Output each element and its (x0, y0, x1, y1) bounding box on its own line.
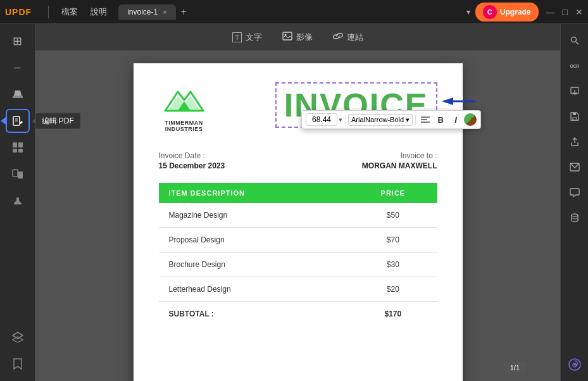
sidebar-icon-organize[interactable] (6, 135, 30, 159)
invoice-table: ITEM DESCRIPTION PRICE Magazine Design$5… (159, 183, 437, 326)
sidebar-icon-thumbnail[interactable]: ⊞ (6, 29, 30, 53)
maximize-btn[interactable]: □ (563, 7, 568, 17)
invoice-to-label: Invoice to : (362, 151, 437, 160)
table-cell-item-1: Proposal Design (159, 228, 349, 253)
comment-icon (570, 188, 580, 197)
table-row: SUBTOTAL :$170 (159, 302, 437, 327)
organize-icon (11, 141, 24, 154)
align-btn[interactable] (418, 113, 432, 127)
font-size-input[interactable] (306, 113, 337, 126)
app-logo: UPDF (5, 7, 32, 17)
text-icon: T (232, 32, 242, 42)
font-name-label: ArialNarrow-Bold (351, 116, 404, 123)
invoice-meta: Invoice Date : 15 December 2023 Invoice … (159, 151, 437, 170)
page-indicator: 1/1 (504, 362, 526, 373)
toolbar-separator-1 (345, 115, 346, 125)
table-cell-price-0: $50 (349, 203, 437, 228)
svg-line-25 (576, 42, 579, 44)
arrow-annotation (441, 92, 479, 111)
italic-btn[interactable]: I (449, 113, 463, 127)
sidebar-icon-bookmark[interactable] (6, 352, 30, 376)
right-icon-ai[interactable] (563, 353, 586, 376)
invoice-date-label: Invoice Date : (159, 151, 225, 160)
invoice-table-body: Magazine Design$50Proposal Design$70Broc… (159, 203, 437, 326)
image-label: 影像 (296, 32, 313, 43)
center-content: T 文字 影像 連結 ▾ (35, 24, 560, 381)
layers-icon (11, 331, 24, 344)
svg-marker-1 (14, 91, 22, 96)
svg-rect-10 (18, 172, 23, 178)
svg-point-33 (573, 364, 575, 366)
right-icon-extract[interactable] (563, 80, 586, 103)
edit-pdf-icon (11, 115, 24, 127)
svg-point-31 (572, 214, 578, 216)
link-label: 連結 (347, 32, 363, 43)
svg-rect-12 (16, 197, 19, 201)
ai-icon (568, 358, 581, 371)
marker-icon (11, 88, 24, 101)
tab-invoice[interactable]: invoice-1 × (118, 4, 175, 20)
table-cell-item-4: SUBTOTAL : (159, 302, 349, 327)
user-avatar: C (483, 5, 497, 19)
titlebar: UPDF 檔案 說明 invoice-1 × + ▾ C Upgrade — □… (0, 0, 588, 24)
upgrade-button[interactable]: C Upgrade (475, 3, 539, 22)
font-size-dropdown[interactable]: ▾ (339, 116, 342, 124)
minimize-btn[interactable]: — (546, 7, 555, 17)
share-icon (570, 137, 580, 147)
invoice-date-value: 15 December 2023 (159, 161, 225, 170)
text-editing-toolbar: ▾ ArialNarrow-Bold ▾ B I (301, 110, 481, 129)
table-row: Brochure Design$30 (159, 253, 437, 277)
left-sidebar: ⊞ − 編輯 PDF (0, 24, 35, 381)
font-family-dropdown: ▾ (406, 116, 410, 124)
right-icon-mail[interactable] (563, 156, 586, 178)
toolbar-link-group[interactable]: 連結 (323, 32, 373, 43)
svg-point-24 (571, 37, 576, 42)
minus-icon: − (14, 61, 22, 75)
sidebar-icon-convert[interactable] (6, 162, 30, 186)
convert-icon (11, 168, 24, 180)
sidebar-icon-layers[interactable] (6, 325, 30, 349)
sidebar-icon-stamp[interactable] (6, 189, 30, 213)
table-cell-price-3: $20 (349, 277, 437, 302)
table-cell-item-3: Letterhead Design (159, 277, 349, 302)
tab-label: invoice-1 (127, 8, 158, 16)
svg-rect-8 (18, 149, 23, 153)
table-cell-item-0: Magazine Design (159, 203, 349, 228)
meta-left: Invoice Date : 15 December 2023 (159, 151, 225, 170)
sidebar-arrow (1, 117, 6, 125)
pdf-area[interactable]: ▾ ArialNarrow-Bold ▾ B I (35, 51, 560, 381)
text-color-picker[interactable] (464, 113, 477, 126)
menu-help[interactable]: 說明 (91, 6, 107, 18)
right-icon-database[interactable] (563, 206, 586, 229)
toolbar-separator-2 (415, 115, 416, 125)
upgrade-label: Upgrade (500, 8, 531, 16)
right-icon-share[interactable] (563, 130, 586, 153)
sidebar-icon-highlight[interactable] (6, 82, 30, 106)
right-sidebar: OCR (560, 24, 588, 381)
close-btn[interactable]: ✕ (575, 7, 583, 17)
sidebar-icon-edit-pdf[interactable]: 編輯 PDF (6, 109, 30, 133)
right-icon-search[interactable] (563, 29, 586, 52)
svg-marker-13 (13, 332, 23, 339)
toolbar-text-group[interactable]: T 文字 (222, 32, 272, 43)
font-family-selector[interactable]: ArialNarrow-Bold ▾ (348, 114, 413, 126)
toolbar-image-group[interactable]: 影像 (272, 32, 323, 43)
svg-rect-11 (14, 203, 22, 204)
menu-file[interactable]: 檔案 (61, 6, 78, 18)
sidebar-icon-minus[interactable]: − (6, 56, 30, 80)
right-icon-comment[interactable] (563, 181, 586, 204)
bold-btn[interactable]: B (434, 113, 447, 127)
right-icon-save[interactable] (563, 105, 586, 128)
table-cell-price-1: $70 (349, 228, 437, 253)
tab-area: invoice-1 × + (113, 4, 461, 20)
tabs-dropdown-btn[interactable]: ▾ (466, 8, 470, 16)
add-tab-btn[interactable]: + (181, 6, 187, 18)
save-icon (570, 111, 580, 122)
stamp-icon (11, 194, 24, 207)
tab-close-btn[interactable]: × (163, 8, 166, 16)
text-label: 文字 (246, 32, 262, 43)
svg-rect-15 (283, 32, 292, 40)
svg-rect-7 (13, 149, 17, 153)
right-icon-ocr[interactable]: OCR (563, 54, 586, 77)
table-cell-item-2: Brochure Design (159, 253, 349, 277)
